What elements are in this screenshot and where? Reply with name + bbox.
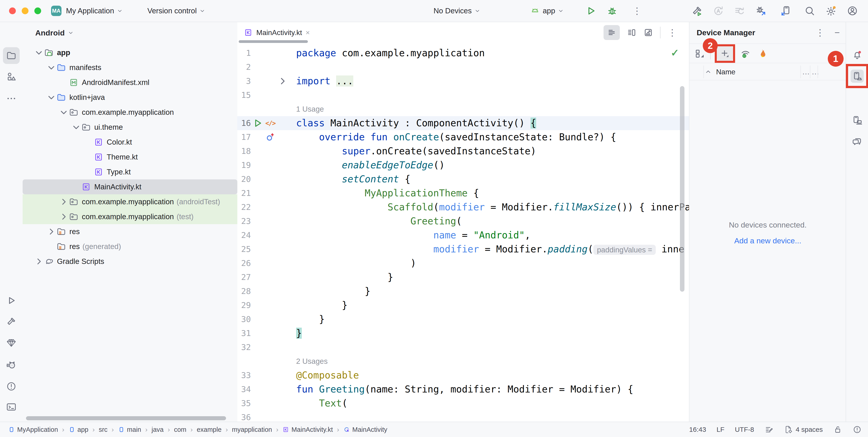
gemini-button[interactable] bbox=[852, 136, 863, 147]
mode-code-button[interactable] bbox=[603, 25, 620, 40]
notifications-button[interactable] bbox=[852, 50, 863, 60]
group-devices-button[interactable] bbox=[694, 48, 705, 59]
chevron-right-icon[interactable] bbox=[59, 212, 69, 222]
search-everywhere-button[interactable] bbox=[804, 5, 815, 17]
breadcrumb-mainactivity[interactable]: MainActivity bbox=[343, 426, 388, 433]
tree-item-gradle-scripts[interactable]: Gradle Scripts bbox=[23, 254, 237, 269]
app-quality-insights-button[interactable] bbox=[6, 338, 17, 348]
device-streaming-button[interactable] bbox=[780, 5, 792, 17]
run-tool-button[interactable] bbox=[6, 295, 17, 306]
tree-item-app[interactable]: app bbox=[23, 45, 237, 60]
inspection-status-icon[interactable] bbox=[852, 425, 862, 434]
column-actions[interactable]: ... bbox=[812, 68, 819, 76]
sort-ascending-icon[interactable] bbox=[705, 68, 712, 75]
account-button[interactable] bbox=[846, 5, 858, 17]
override-gutter-icon[interactable] bbox=[265, 132, 276, 143]
indent-size[interactable]: 4 spaces bbox=[784, 425, 823, 434]
chevron-down-icon[interactable] bbox=[46, 92, 56, 102]
tree-item-com-example-myapplication[interactable]: com.example.myapplication(test) bbox=[23, 209, 237, 224]
code-token: ( bbox=[342, 398, 347, 409]
settings-button[interactable] bbox=[825, 5, 837, 17]
tree-item-type-kt[interactable]: Type.kt bbox=[23, 164, 237, 179]
more-actions-button[interactable]: ⋮ bbox=[632, 6, 642, 16]
tree-item-kotlin-java[interactable]: kotlin+java bbox=[23, 90, 237, 105]
running-devices-button[interactable] bbox=[852, 115, 863, 126]
breadcrumb-example[interactable]: example bbox=[197, 426, 221, 433]
device-manager-tool-button[interactable] bbox=[850, 70, 864, 83]
build-button[interactable] bbox=[691, 5, 703, 17]
device-manager-options-button[interactable]: ⋮ bbox=[815, 28, 825, 37]
mode-split-button[interactable] bbox=[627, 28, 637, 37]
tree-item-com-example-myapplication[interactable]: com.example.myapplication bbox=[23, 105, 237, 120]
run-gutter-icon[interactable] bbox=[252, 118, 263, 129]
pair-wifi-button[interactable] bbox=[740, 48, 751, 59]
breadcrumb-myapplication[interactable]: myapplication bbox=[232, 426, 272, 433]
firebase-device-button[interactable] bbox=[757, 48, 768, 59]
breadcrumb-com[interactable]: com bbox=[174, 426, 186, 433]
tree-item-res[interactable]: res(generated) bbox=[23, 239, 237, 254]
usage-hint[interactable]: 1 Usage bbox=[296, 102, 324, 116]
code-token: onCreate bbox=[393, 131, 439, 143]
chevron-right-icon[interactable] bbox=[46, 227, 56, 237]
project-view-selector[interactable]: Android bbox=[35, 22, 74, 44]
attach-debugger-button[interactable] bbox=[755, 5, 767, 17]
indent-style-icon[interactable] bbox=[765, 425, 774, 434]
more-tool-windows-button[interactable] bbox=[6, 93, 17, 104]
tree-item-theme-kt[interactable]: Theme.kt bbox=[23, 150, 237, 164]
add-new-device-link[interactable]: Add a new device... bbox=[689, 236, 846, 245]
inspections-ok-icon[interactable]: ✓ bbox=[671, 47, 679, 59]
chevron-down-icon[interactable] bbox=[34, 48, 44, 58]
device-selector[interactable]: No Devices bbox=[434, 6, 480, 15]
breadcrumb-app[interactable]: app bbox=[68, 426, 88, 433]
chevron-right-icon[interactable] bbox=[34, 256, 44, 267]
chevron-down-icon[interactable] bbox=[71, 122, 81, 132]
logcat-button[interactable] bbox=[6, 360, 17, 371]
add-device-button[interactable] bbox=[717, 46, 733, 61]
breadcrumb-src[interactable]: src bbox=[99, 426, 107, 433]
breadcrumb-main[interactable]: main bbox=[118, 426, 141, 433]
run-button[interactable] bbox=[585, 5, 597, 17]
tree-item-androidmanifest-xml[interactable]: AndroidManifest.xml bbox=[23, 75, 237, 90]
zoom-window-button[interactable] bbox=[34, 7, 41, 14]
terminal-button[interactable] bbox=[6, 402, 17, 412]
close-window-button[interactable] bbox=[9, 7, 16, 14]
line-number: 19 bbox=[237, 158, 251, 172]
hide-panel-button[interactable]: − bbox=[835, 28, 840, 37]
editor-options-button[interactable]: ⋮ bbox=[667, 28, 677, 37]
tree-item-res[interactable]: res bbox=[23, 224, 237, 239]
run-config-selector[interactable]: app bbox=[530, 6, 564, 16]
build-tool-button[interactable] bbox=[6, 316, 17, 327]
file-encoding[interactable]: UTF-8 bbox=[735, 426, 754, 433]
resource-manager-button[interactable] bbox=[6, 71, 17, 82]
tree-item-ui-theme[interactable]: ui.theme bbox=[23, 120, 237, 135]
file-writable-icon[interactable] bbox=[833, 425, 842, 434]
chevron-down-icon[interactable] bbox=[46, 63, 56, 72]
tree-item-color-kt[interactable]: Color.kt bbox=[23, 135, 237, 150]
mode-design-button[interactable] bbox=[643, 28, 653, 37]
chev-right-gutter-icon[interactable] bbox=[277, 76, 288, 87]
close-tab-icon[interactable]: × bbox=[306, 28, 310, 37]
breadcrumb-myapplication[interactable]: MyApplication bbox=[8, 426, 58, 433]
tree-item-manifests[interactable]: manifests bbox=[23, 60, 237, 75]
column-name[interactable]: Name bbox=[716, 68, 735, 76]
chevron-right-icon[interactable] bbox=[59, 197, 69, 207]
problems-button[interactable] bbox=[6, 381, 17, 392]
line-ending[interactable]: LF bbox=[717, 426, 724, 433]
project-tree-hscrollbar[interactable] bbox=[26, 416, 226, 420]
debug-button[interactable] bbox=[606, 5, 618, 17]
caret-position[interactable]: 16:43 bbox=[689, 426, 706, 433]
project-tool-button[interactable] bbox=[3, 47, 20, 64]
column-type[interactable]: ... bbox=[802, 68, 810, 76]
usage-hint[interactable]: 2 Usages bbox=[296, 354, 328, 368]
project-menu[interactable]: My Application bbox=[66, 6, 123, 15]
code-area[interactable]: 1package com.example.myapplication23impo… bbox=[237, 43, 689, 422]
minimize-window-button[interactable] bbox=[22, 7, 29, 14]
breadcrumb-mainactivity-kt[interactable]: MainActivity.kt bbox=[282, 426, 333, 433]
compose-gutter-icon[interactable]: </> bbox=[265, 118, 276, 129]
tree-item-com-example-myapplication[interactable]: com.example.myapplication(androidTest) bbox=[23, 194, 237, 209]
vcs-menu[interactable]: Version control bbox=[147, 6, 205, 15]
breadcrumb-java[interactable]: java bbox=[151, 426, 163, 433]
chevron-down-icon[interactable] bbox=[59, 107, 69, 117]
tree-item-mainactivity-kt[interactable]: MainActivity.kt bbox=[23, 179, 237, 194]
editor-vscrollbar[interactable] bbox=[680, 86, 684, 292]
